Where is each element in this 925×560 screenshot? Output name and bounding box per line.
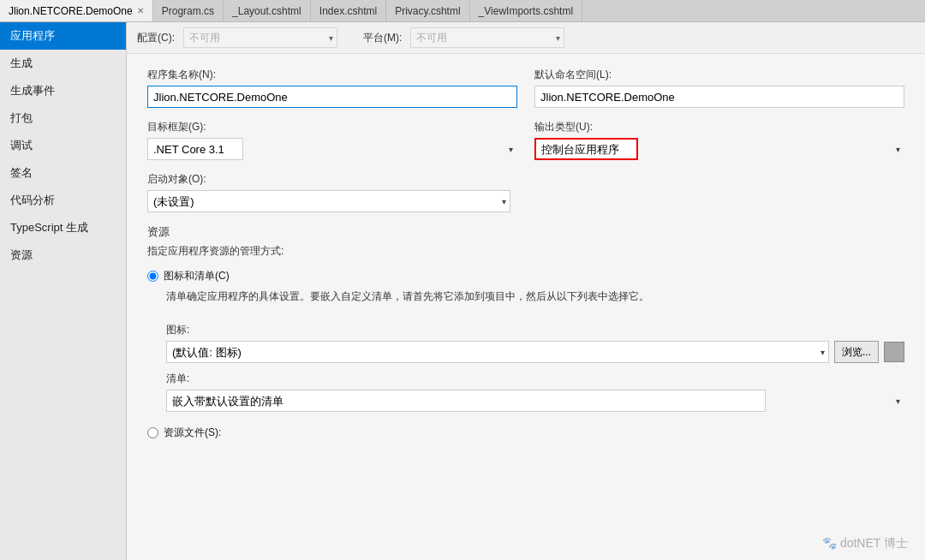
sidebar-item-app-label: 应用程序 — [10, 29, 55, 42]
tab-index[interactable]: Index.cshtml — [311, 0, 386, 21]
resources-section: 资源 指定应用程序资源的管理方式: 图标和清单(C) 清单确定应用程序的具体设置… — [147, 224, 904, 440]
form-row-1: 程序集名称(N): 默认命名空间(L): — [147, 68, 904, 108]
icon-field: 图标: (默认值: 图标) 浏览... — [166, 323, 904, 363]
radio-resource-file-label: 资源文件(S): — [164, 426, 221, 440]
target-framework-select[interactable]: .NET Core 3.1 — [147, 138, 243, 160]
icon-select[interactable]: (默认值: 图标) — [166, 341, 829, 363]
config-select[interactable]: 不可用 — [183, 27, 337, 48]
browse-button[interactable]: 浏览... — [834, 341, 879, 363]
output-type-group: 输出类型(U): 控制台应用程序 — [534, 120, 904, 160]
tab-layout-label: _Layout.cshtml — [232, 5, 301, 17]
sidebar-item-typescript-label: TypeScript 生成 — [10, 221, 88, 234]
manifest-select[interactable]: 嵌入带默认设置的清单 — [166, 390, 766, 412]
manifest-select-wrap: 嵌入带默认设置的清单 — [166, 390, 904, 412]
assembly-name-label: 程序集名称(N): — [147, 68, 517, 82]
form-row-3: 启动对象(O): (未设置) — [147, 172, 904, 212]
icon-select-row: (默认值: 图标) 浏览... — [166, 341, 904, 363]
radio-icon-manifest-input[interactable] — [147, 271, 158, 282]
manifest-field: 清单: 嵌入带默认设置的清单 — [166, 372, 904, 412]
manifest-label: 清单: — [166, 372, 904, 386]
sidebar-item-app[interactable]: 应用程序 — [0, 22, 126, 50]
default-namespace-label: 默认命名空间(L): — [534, 68, 904, 82]
tab-viewimports-label: _ViewImports.cshtml — [479, 5, 573, 17]
form-row-2: 目标框架(G): .NET Core 3.1 输出类型(U): 控制台应用程序 — [147, 120, 904, 160]
platform-select[interactable]: 不可用 — [410, 27, 564, 48]
assembly-name-input[interactable] — [147, 86, 517, 108]
radio-resource-file-input[interactable] — [147, 427, 158, 438]
radio-group: 图标和清单(C) 清单确定应用程序的具体设置。要嵌入自定义清单，请首先将它添加到… — [147, 269, 904, 440]
tab-index-label: Index.cshtml — [319, 5, 377, 17]
sidebar: 应用程序 生成 生成事件 打包 调试 签名 代码分析 TypeScript 生成… — [0, 22, 127, 560]
tab-viewimports[interactable]: _ViewImports.cshtml — [470, 0, 582, 21]
sidebar-item-build-label: 生成 — [10, 57, 33, 69]
sidebar-item-pack[interactable]: 打包 — [0, 104, 126, 132]
platform-label: 平台(M): — [363, 31, 402, 45]
main-layout: 应用程序 生成 生成事件 打包 调试 签名 代码分析 TypeScript 生成… — [0, 22, 925, 560]
icon-sub: 图标: (默认值: 图标) 浏览... — [166, 323, 904, 420]
radio-icon-manifest[interactable]: 图标和清单(C) — [147, 269, 904, 283]
sidebar-item-code-analysis[interactable]: 代码分析 — [0, 187, 126, 214]
sidebar-item-resources-label: 资源 — [10, 248, 33, 261]
radio-resource-file[interactable]: 资源文件(S): — [147, 426, 904, 440]
output-type-select-wrap: 控制台应用程序 — [534, 138, 904, 160]
tab-program[interactable]: Program.cs — [153, 0, 224, 21]
radio-icon-manifest-label: 图标和清单(C) — [164, 269, 230, 283]
default-namespace-group: 默认命名空间(L): — [534, 68, 904, 108]
sidebar-item-resources[interactable]: 资源 — [0, 241, 126, 269]
target-framework-label: 目标框架(G): — [147, 120, 517, 134]
tab-program-label: Program.cs — [162, 5, 214, 17]
sidebar-item-code-analysis-label: 代码分析 — [10, 194, 55, 206]
icon-label: 图标: — [166, 323, 904, 337]
target-framework-group: 目标框架(G): .NET Core 3.1 — [147, 120, 517, 160]
output-type-select[interactable]: 控制台应用程序 — [534, 138, 638, 160]
tab-project-label: Jlion.NETCORE.DemoOne — [9, 5, 133, 17]
sidebar-item-debug[interactable]: 调试 — [0, 132, 126, 159]
tab-privacy-label: Privacy.cshtml — [395, 5, 460, 17]
form-area: 程序集名称(N): 默认命名空间(L): 目标框架(G): .NET Core … — [127, 54, 925, 454]
target-framework-select-wrap: .NET Core 3.1 — [147, 138, 517, 160]
assembly-name-group: 程序集名称(N): — [147, 68, 517, 108]
resources-description: 指定应用程序资源的管理方式: — [147, 243, 904, 259]
tab-project[interactable]: Jlion.NETCORE.DemoOne ✕ — [0, 0, 153, 21]
startup-object-select[interactable]: (未设置) — [147, 190, 510, 212]
config-bar: 配置(C): 不可用 平台(M): 不可用 — [127, 22, 925, 54]
icon-preview — [884, 342, 904, 362]
tab-privacy[interactable]: Privacy.cshtml — [386, 0, 469, 21]
config-label: 配置(C): — [137, 31, 175, 45]
startup-object-group: 启动对象(O): (未设置) — [147, 172, 510, 212]
default-namespace-input[interactable] — [534, 86, 904, 108]
sidebar-item-sign-label: 签名 — [10, 166, 33, 179]
sidebar-item-build-events[interactable]: 生成事件 — [0, 77, 126, 104]
startup-object-label: 启动对象(O): — [147, 172, 510, 187]
sidebar-item-build[interactable]: 生成 — [0, 50, 126, 77]
sidebar-item-pack-label: 打包 — [10, 111, 33, 124]
radio-icon-manifest-desc: 清单确定应用程序的具体设置。要嵌入自定义清单，请首先将它添加到项目中，然后从以下… — [166, 289, 904, 304]
tab-layout[interactable]: _Layout.cshtml — [224, 0, 311, 21]
output-type-label: 输出类型(U): — [534, 120, 904, 134]
content-area: 配置(C): 不可用 平台(M): 不可用 程序集名称(N): — [127, 22, 925, 560]
tab-close-icon[interactable]: ✕ — [137, 6, 144, 15]
sidebar-item-sign[interactable]: 签名 — [0, 159, 126, 187]
platform-select-wrapper: 不可用 — [410, 27, 564, 48]
resources-title: 资源 — [147, 224, 904, 240]
tab-bar: Jlion.NETCORE.DemoOne ✕ Program.cs _Layo… — [0, 0, 925, 22]
startup-object-select-wrap: (未设置) — [147, 190, 510, 212]
sidebar-item-build-events-label: 生成事件 — [10, 84, 55, 97]
sidebar-item-debug-label: 调试 — [10, 139, 33, 152]
config-select-wrapper: 不可用 — [183, 27, 337, 48]
icon-select-wrap: (默认值: 图标) — [166, 341, 829, 363]
sidebar-item-typescript[interactable]: TypeScript 生成 — [0, 214, 126, 241]
